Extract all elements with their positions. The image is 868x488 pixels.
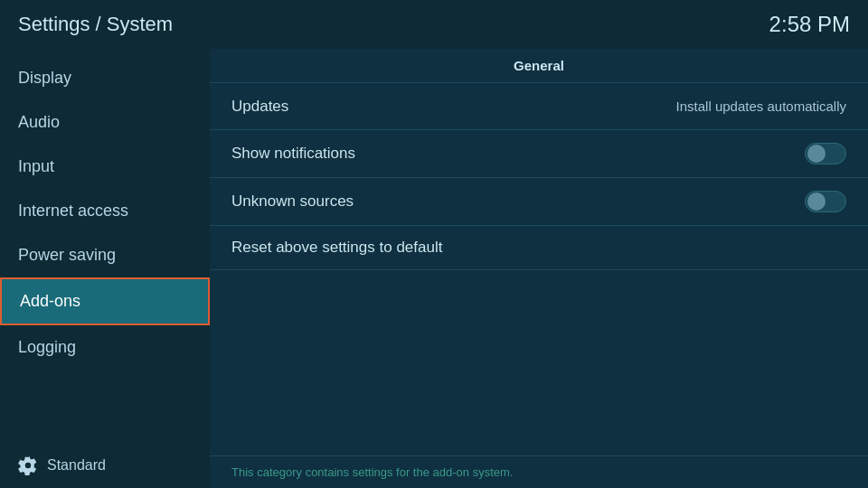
sidebar-bottom: Standard (0, 443, 210, 488)
setting-label-unknown-sources: Unknown sources (231, 192, 354, 211)
setting-row-reset-settings: Reset above settings to default (210, 226, 868, 270)
sidebar-item-internet-access[interactable]: Internet access (0, 189, 210, 233)
sidebar: DisplayAudioInputInternet accessPower sa… (0, 49, 210, 488)
content-inner: General UpdatesInstall updates automatic… (210, 49, 868, 455)
clock: 2:58 PM (769, 12, 850, 37)
setting-row-unknown-sources: Unknown sources (210, 178, 868, 226)
sidebar-item-power-saving[interactable]: Power saving (0, 233, 210, 277)
status-bar: This category contains settings for the … (210, 455, 868, 488)
setting-label-updates: Updates (231, 98, 288, 116)
sidebar-item-audio[interactable]: Audio (0, 100, 210, 145)
header: Settings / System 2:58 PM (0, 0, 868, 49)
content-panel: General UpdatesInstall updates automatic… (210, 49, 868, 488)
page-title: Settings / System (18, 13, 173, 36)
setting-row-show-notifications: Show notifications (210, 130, 868, 178)
toggle-knob-unknown-sources (807, 192, 826, 211)
sidebar-nav: DisplayAudioInputInternet accessPower sa… (0, 56, 210, 370)
setting-value-updates: Install updates automatically (676, 99, 846, 114)
sidebar-item-input[interactable]: Input (0, 145, 210, 189)
sidebar-item-add-ons[interactable]: Add-ons (0, 277, 210, 325)
toggle-show-notifications[interactable] (805, 143, 846, 164)
setting-row-updates: UpdatesInstall updates automatically (210, 83, 868, 130)
toggle-unknown-sources[interactable] (805, 191, 846, 212)
setting-label-show-notifications: Show notifications (231, 145, 355, 163)
sidebar-item-display[interactable]: Display (0, 56, 210, 100)
main-layout: DisplayAudioInputInternet accessPower sa… (0, 49, 868, 488)
section-header: General (210, 49, 868, 83)
sidebar-item-logging[interactable]: Logging (0, 325, 210, 370)
settings-list: UpdatesInstall updates automaticallyShow… (210, 83, 868, 270)
toggle-knob-show-notifications (807, 145, 826, 163)
setting-label-reset-settings[interactable]: Reset above settings to default (231, 239, 442, 256)
gear-icon (18, 455, 38, 475)
level-label: Standard (47, 457, 106, 474)
